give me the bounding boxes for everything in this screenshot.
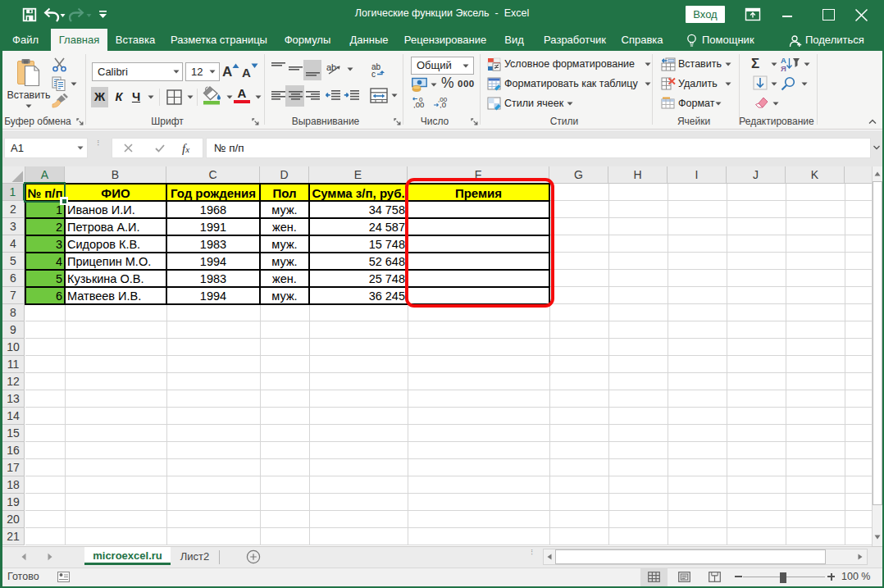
svg-text:,0: ,0 bbox=[440, 100, 446, 108]
svg-text:0: 0 bbox=[419, 96, 423, 103]
svg-text:ab: ab bbox=[326, 62, 336, 72]
svg-text:Я: Я bbox=[781, 64, 786, 71]
svg-text:c: c bbox=[371, 70, 376, 79]
